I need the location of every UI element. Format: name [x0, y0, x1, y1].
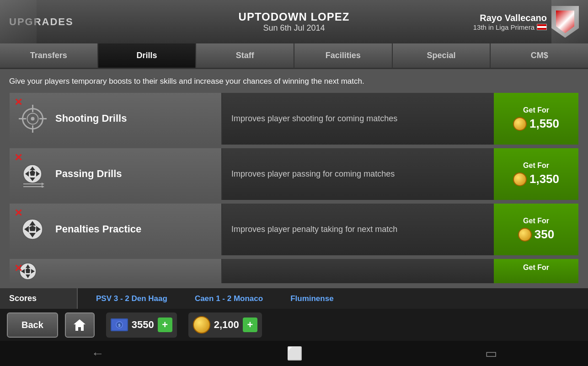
drill-price-penalties[interactable]: Get For 350: [494, 204, 578, 255]
score-item-3: Fluminense: [290, 294, 333, 303]
coin-icon-passing: [513, 172, 527, 186]
drill-name-penalties: Penalties Practice: [55, 223, 141, 235]
drill-price-shooting[interactable]: Get For 1,550: [494, 93, 578, 145]
club-info: Rayo Vallecano 13th in Liga Primera: [473, 13, 547, 31]
home-button[interactable]: [65, 312, 95, 338]
svg-text:$: $: [118, 323, 120, 328]
coin-icon-penalties: [518, 228, 532, 242]
drill-price-partial[interactable]: Get For: [494, 259, 578, 283]
svg-marker-16: [42, 185, 44, 188]
svg-marker-14: [42, 183, 44, 185]
drill-name-passing: Passing Drills: [55, 168, 122, 180]
back-button[interactable]: Back: [7, 312, 58, 338]
drill-desc-text-passing: Improves player passing for coming match…: [231, 168, 395, 180]
price-amount-passing: 1,350: [529, 172, 559, 186]
close-icon-shooting: ✕: [14, 97, 22, 108]
scores-label: Scores: [0, 288, 78, 309]
drill-desc-partial: [222, 259, 494, 283]
android-back-button[interactable]: ←: [91, 346, 104, 361]
price-amount-penalties: 350: [535, 227, 554, 242]
main-content: Give your players temporary boosts to th…: [0, 69, 588, 288]
price-row-passing: 1,350: [513, 172, 559, 186]
score-item-2: Caen 1 - 2 Monaco: [195, 294, 263, 303]
drill-row-partial: ✕ Get For: [9, 258, 579, 284]
coins-value: 2,100: [214, 319, 239, 331]
header-date: Sun 6th Jul 2014: [239, 23, 350, 33]
get-for-label-shooting: Get For: [523, 106, 549, 114]
android-home-button[interactable]: ⬜: [287, 346, 303, 361]
drill-list: ✕ Shooting Drills Improves player shoot: [9, 92, 579, 284]
drill-desc-text-penalties: Improves player penalty taking for next …: [231, 224, 397, 235]
club-name: Rayo Vallecano: [473, 13, 547, 23]
drill-desc-penalties: Improves player penalty taking for next …: [222, 204, 494, 255]
price-row-shooting: 1,550: [513, 117, 559, 131]
bills-add-button[interactable]: +: [158, 318, 172, 332]
get-for-label-passing: Get For: [523, 161, 549, 170]
drill-desc-shooting: Improves player shooting for coming matc…: [222, 93, 494, 145]
get-for-label-partial: Get For: [523, 264, 549, 272]
price-amount-shooting: 1,550: [529, 117, 559, 131]
scores-bar: Scores PSV 3 - 2 Den Haag Caen 1 - 2 Mon…: [0, 288, 588, 309]
drill-left-penalties: ✕ Penalties Practice: [10, 204, 222, 255]
coins-currency-group: 2,100 +: [188, 312, 262, 338]
tab-transfers[interactable]: Transfers: [0, 43, 98, 68]
shield-inner: [556, 11, 574, 33]
svg-marker-29: [74, 319, 86, 331]
tab-special[interactable]: Special: [393, 43, 491, 68]
flag-icon: [537, 24, 547, 30]
android-nav: ← ⬜ ▭: [0, 341, 588, 366]
drill-left-passing: ✕ Passing: [10, 148, 222, 200]
drill-name-shooting: Shooting Drills: [55, 113, 127, 124]
coin-icon-balance: [193, 316, 210, 334]
drill-price-passing[interactable]: Get For 1,350: [494, 148, 578, 200]
drill-left-shooting: ✕ Shooting Drills: [10, 93, 222, 145]
page-description: Give your players temporary boosts to th…: [9, 76, 579, 87]
close-icon-penalties: ✕: [14, 207, 22, 219]
coin-icon-shooting: [513, 117, 527, 131]
drill-row-penalties: ✕ Penalties Practice Improves player pen…: [9, 203, 579, 256]
club-info-block: Rayo Vallecano 13th in Liga Primera: [473, 6, 579, 38]
bills-value: 3550: [132, 319, 154, 331]
svg-point-2: [31, 117, 34, 120]
drill-row-shooting: ✕ Shooting Drills Improves player shoot: [9, 92, 579, 145]
close-icon-partial: ✕: [14, 263, 22, 274]
tab-drills[interactable]: Drills: [98, 43, 197, 68]
tab-staff[interactable]: Staff: [196, 43, 294, 68]
bills-currency-group: $ 3550 +: [106, 312, 177, 338]
tab-cms[interactable]: CM$: [491, 43, 588, 68]
header-center: UPTODOWN LOPEZ Sun 6th Jul 2014: [239, 11, 350, 33]
scores-ticker: PSV 3 - 2 Den Haag Caen 1 - 2 Monaco Flu…: [78, 294, 334, 303]
manager-name: UPTODOWN LOPEZ: [239, 11, 350, 23]
header: UPGRADES UPTODOWN LOPEZ Sun 6th Jul 2014…: [0, 0, 588, 43]
get-for-label-penalties: Get For: [523, 217, 549, 225]
coins-add-button[interactable]: +: [243, 318, 257, 332]
android-recents-button[interactable]: ▭: [485, 346, 497, 361]
club-rank: 13th in Liga Primera: [473, 23, 547, 31]
tab-bar: Transfers Drills Staff Facilities Specia…: [0, 43, 588, 69]
score-item-1: PSV 3 - 2 Den Haag: [96, 294, 167, 303]
close-icon-passing: ✕: [14, 152, 22, 164]
bottom-bar: Back $ 3550 + 2,100 +: [0, 309, 588, 341]
price-row-penalties: 350: [518, 227, 554, 242]
drill-left-partial: ✕: [10, 259, 222, 284]
drill-desc-text-shooting: Improves player shooting for coming matc…: [231, 113, 397, 124]
bills-icon: $: [111, 318, 128, 331]
drill-desc-passing: Improves player passing for coming match…: [222, 148, 494, 200]
drill-row-passing: ✕ Passing: [9, 148, 579, 200]
tab-facilities[interactable]: Facilities: [294, 43, 393, 68]
